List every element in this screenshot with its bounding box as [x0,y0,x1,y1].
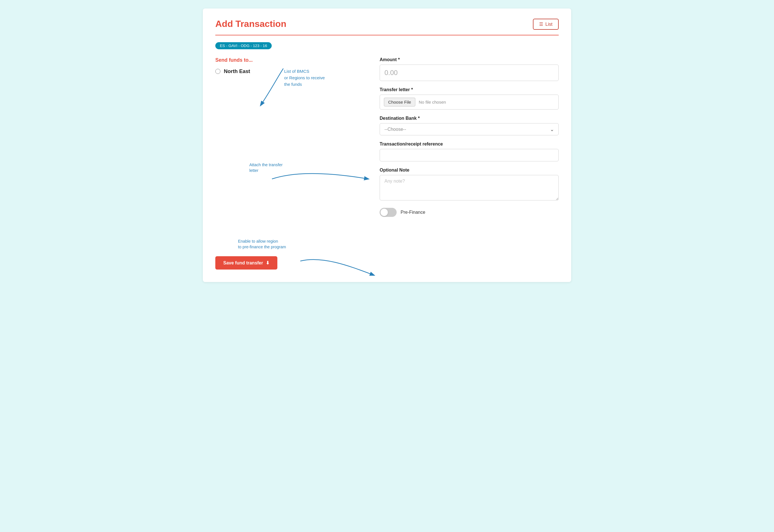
north-east-radio[interactable] [215,69,220,74]
page-title: Add Transaction [215,19,286,29]
north-east-label: North East [224,68,250,74]
add-transaction-card: Add Transaction ☰ List ES - GAVI - ODG -… [203,8,571,282]
transfer-letter-group: Transfer letter * Choose File No file ch… [379,87,559,110]
no-file-text: No file chosen [419,100,446,104]
destination-bank-wrapper: --Choose-- ⌄ [379,123,559,135]
destination-bank-group: Destination Bank * --Choose-- ⌄ [379,116,559,135]
right-panel: Amount * Transfer letter * Choose File N… [379,57,559,270]
list-icon: ☰ [539,22,543,27]
optional-note-label: Optional Note [379,168,559,173]
destination-bank-select[interactable]: --Choose-- [379,123,559,135]
attach-annotation: Attach the transfer letter [249,162,283,173]
receipt-ref-label: Transaction/receipt reference [379,142,559,147]
page-header: Add Transaction ☰ List [215,19,559,35]
toggle-track [379,208,397,217]
amount-input[interactable] [379,65,559,81]
pre-finance-label: Pre-Finance [401,210,425,215]
amount-group: Amount * [379,57,559,81]
choose-file-button[interactable]: Choose File [384,98,415,106]
destination-bank-label: Destination Bank * [379,116,559,121]
pre-finance-toggle[interactable] [379,208,397,217]
left-panel: Send funds to... North East List of BMCS… [215,57,379,270]
toggle-thumb [380,209,388,216]
pre-finance-row: Pre-Finance [379,208,559,217]
send-funds-label: Send funds to... [215,57,374,63]
project-badge: ES - GAVI - ODG - 123 - 16 [215,42,272,49]
form-layout: Send funds to... North East List of BMCS… [215,57,559,270]
receipt-ref-group: Transaction/receipt reference [379,142,559,161]
save-icon: ⬇ [266,260,269,266]
list-button[interactable]: ☰ List [533,19,559,30]
amount-label: Amount * [379,57,559,62]
optional-note-group: Optional Note [379,168,559,202]
file-input-wrapper: Choose File No file chosen [379,95,559,110]
region-radio-item[interactable]: North East [215,68,250,74]
optional-note-textarea[interactable] [379,175,559,200]
bmcs-tooltip: List of BMCS or Regions to receive the f… [284,68,325,87]
transfer-letter-label: Transfer letter * [379,87,559,92]
save-button[interactable]: Save fund transfer ⬇ [215,256,277,270]
receipt-ref-input[interactable] [379,149,559,161]
